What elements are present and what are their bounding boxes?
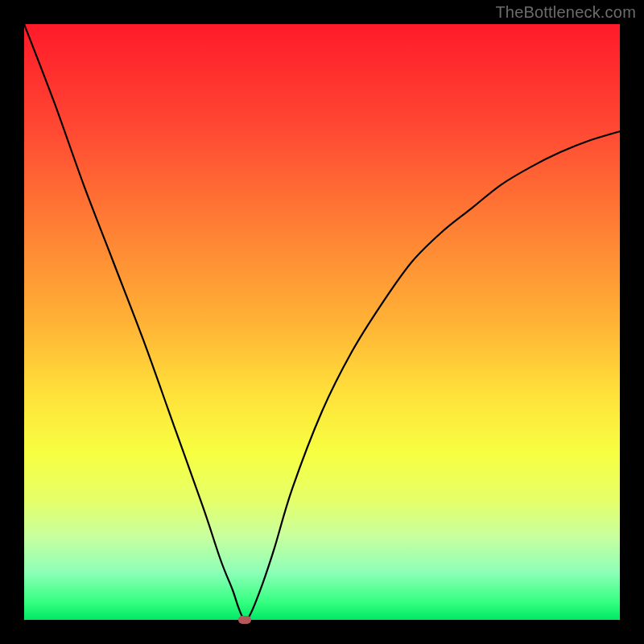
chart-frame: TheBottleneck.com [0,0,644,644]
watermark-text: TheBottleneck.com [495,3,636,22]
bottleneck-curve [24,24,620,620]
minimum-marker [238,616,251,624]
plot-area [24,24,620,620]
